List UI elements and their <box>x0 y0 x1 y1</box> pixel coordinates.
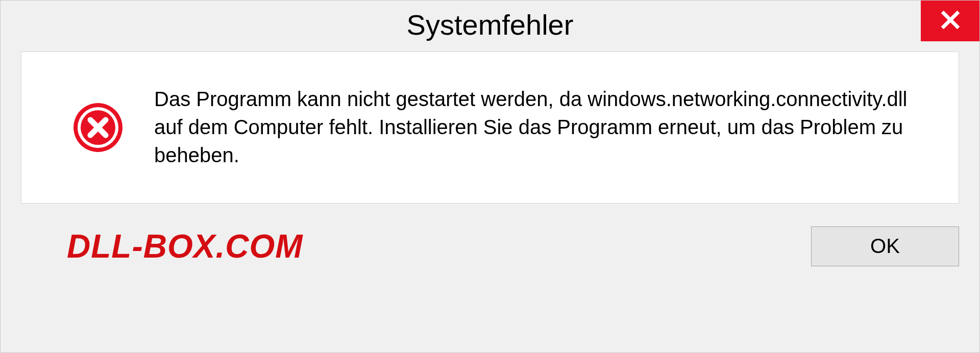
footer: DLL-BOX.COM OK <box>1 214 979 284</box>
error-message: Das Programm kann nicht gestartet werden… <box>154 85 930 170</box>
watermark-text: DLL-BOX.COM <box>67 228 303 265</box>
close-icon <box>940 10 961 32</box>
dialog-title: Systemfehler <box>407 8 574 41</box>
close-button[interactable] <box>921 1 979 41</box>
content-panel: Das Programm kann nicht gestartet werden… <box>21 52 959 204</box>
titlebar: Systemfehler <box>1 1 979 49</box>
ok-button[interactable]: OK <box>811 226 959 266</box>
error-icon <box>72 102 124 153</box>
